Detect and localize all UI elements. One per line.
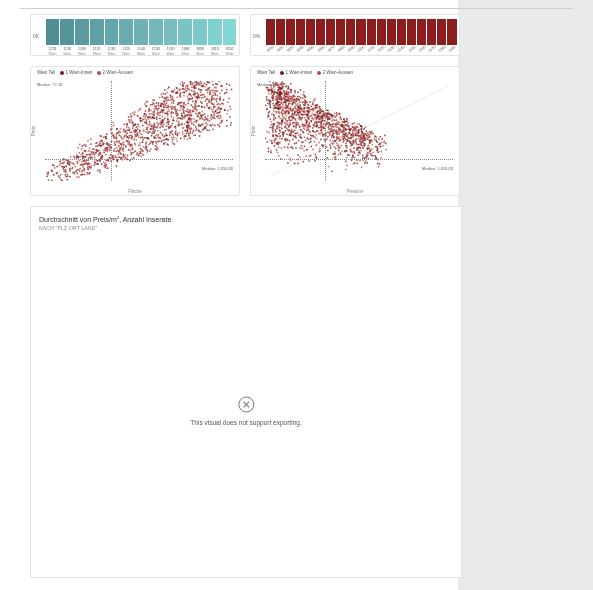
svg-point-1206 [162,121,164,123]
svg-point-2361 [369,149,371,151]
bar-left-category: 1110 [89,47,104,51]
bar-right-category: 1100 [356,44,367,53]
svg-point-39 [46,175,48,177]
svg-point-410 [198,115,200,117]
svg-point-96 [147,124,149,126]
bar-chart-right[interactable]: 0% 1010102010301040105010601070108010901… [250,14,460,56]
svg-point-2626 [269,111,271,113]
svg-point-1066 [200,114,202,116]
svg-point-629 [163,143,165,145]
svg-point-1092 [145,131,147,133]
bar-left-secondary: Wien [104,52,119,56]
svg-point-2552 [281,113,283,115]
svg-point-997 [167,88,169,90]
svg-point-774 [187,100,189,102]
svg-point-14 [204,113,206,115]
svg-point-861 [126,127,128,129]
svg-point-1348 [270,152,272,154]
svg-point-943 [210,101,212,103]
svg-point-2149 [378,151,380,153]
svg-point-1205 [196,110,198,112]
svg-point-1211 [119,147,121,149]
svg-point-1236 [139,132,141,134]
svg-point-597 [95,163,97,165]
bar-right-category: 1130 [386,44,397,53]
svg-point-182 [210,117,212,119]
svg-point-2388 [275,117,277,119]
svg-point-2299 [281,102,283,104]
svg-point-123 [87,140,89,142]
svg-point-1243 [165,104,167,106]
svg-point-2616 [333,153,335,155]
svg-point-1130 [67,163,69,165]
svg-point-960 [128,149,130,151]
svg-point-2649 [277,85,279,87]
svg-point-2482 [372,151,374,153]
svg-point-968 [134,129,136,131]
svg-point-254 [117,153,119,155]
svg-point-2632 [347,125,349,127]
svg-point-2104 [372,155,374,157]
svg-point-2416 [281,98,283,100]
svg-point-2546 [352,136,354,138]
svg-point-1292 [170,125,172,127]
svg-point-564 [79,144,81,146]
svg-point-603 [228,97,230,99]
bar-right-category: 1020 [275,44,286,53]
svg-point-2310 [350,134,352,136]
svg-point-2277 [327,110,329,112]
svg-point-1047 [154,137,156,139]
svg-point-1404 [302,161,304,163]
svg-point-2544 [340,154,342,156]
svg-point-2081 [283,91,285,93]
svg-point-78 [190,121,192,123]
svg-point-1185 [59,177,61,179]
bar-left-secondary: Wien [163,52,178,56]
svg-point-532 [212,84,214,86]
svg-point-2338 [279,97,281,99]
svg-point-1060 [128,140,130,142]
svg-point-2264 [368,147,370,149]
bar-chart-left[interactable]: 0K 1220121011001110123011201140113011901… [30,14,240,56]
svg-point-2563 [272,134,274,136]
svg-point-2570 [294,99,296,101]
svg-point-151 [130,150,132,152]
svg-point-1035 [186,114,188,116]
svg-point-1114 [163,139,165,141]
svg-point-1180 [89,148,91,150]
svg-point-1629 [310,138,312,140]
svg-point-1451 [265,105,267,107]
svg-point-515 [146,141,148,143]
svg-point-1276 [131,145,133,147]
svg-point-1278 [229,106,231,108]
svg-point-574 [195,121,197,123]
svg-point-954 [177,125,179,127]
svg-point-2162 [291,100,293,102]
svg-point-789 [191,98,193,100]
svg-point-2197 [287,139,289,141]
svg-point-1829 [302,97,304,99]
svg-point-1262 [205,122,207,124]
svg-point-351 [201,83,203,85]
scatter-right[interactable]: Wien Teil 1 Wien-Innen 2 Wien-Aussen Med… [250,66,460,196]
svg-point-886 [191,114,193,116]
svg-point-846 [103,152,105,154]
svg-point-716 [114,137,116,139]
svg-point-338 [65,176,67,178]
svg-point-377 [173,137,175,139]
svg-point-1072 [211,118,213,120]
svg-point-2203 [335,123,337,125]
svg-point-1631 [351,123,353,125]
svg-point-870 [94,154,96,156]
svg-point-264 [180,138,182,140]
svg-point-101 [180,107,182,109]
scatter-left[interactable]: Wien Teil 1 Wien-Innen 2 Wien-Aussen Med… [30,66,240,196]
svg-point-1727 [383,141,385,143]
svg-point-722 [226,113,228,115]
svg-point-2537 [318,110,320,112]
svg-point-1287 [191,86,193,88]
svg-point-915 [125,146,127,148]
svg-point-2335 [281,124,283,126]
svg-point-1929 [334,151,336,153]
map-visual-error-tile[interactable]: Durchschnitt von Preis/m2, Anzahl Insera… [30,206,462,578]
